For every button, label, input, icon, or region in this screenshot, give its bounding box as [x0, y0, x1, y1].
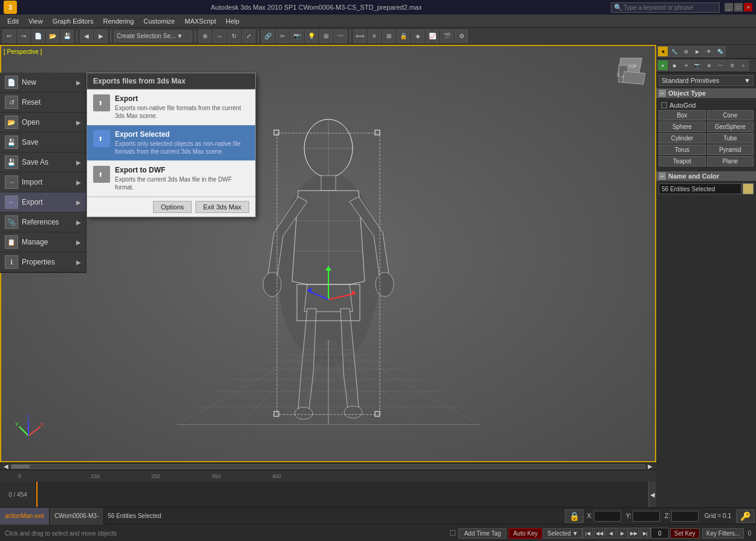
- left-menu-item-new[interactable]: 📄 New ▶: [0, 73, 86, 93]
- tb-mirror-btn[interactable]: ⟺: [353, 30, 367, 43]
- scroll-right-btn[interactable]: ▶: [645, 463, 655, 470]
- key-filters-btn[interactable]: Key Filters...: [702, 528, 745, 539]
- tl-nav-prev[interactable]: ◀: [649, 482, 656, 507]
- tb-render-btn[interactable]: 🎬: [440, 30, 454, 43]
- minimize-btn[interactable]: _: [725, 3, 733, 11]
- left-menu-item-save[interactable]: 💾 Save: [0, 133, 86, 152]
- menu-item-view[interactable]: View: [24, 16, 48, 26]
- rp-hierarchy-btn[interactable]: ⊞: [680, 46, 691, 57]
- menu-item-edit[interactable]: Edit: [2, 16, 24, 26]
- auto-key-btn[interactable]: Auto Key: [509, 528, 542, 539]
- tb-material-btn[interactable]: ◈: [411, 30, 425, 43]
- play-fwd-btn[interactable]: ▶▶: [628, 528, 639, 539]
- menu-item-graph-editors[interactable]: Graph Editors: [48, 16, 99, 26]
- search-bar[interactable]: 🔍: [611, 2, 720, 13]
- close-btn[interactable]: ✕: [744, 3, 752, 11]
- rp-modify-btn[interactable]: 🔧: [669, 46, 680, 57]
- tb-curve-btn[interactable]: 📈: [426, 30, 439, 43]
- lock-btn[interactable]: 🔒: [565, 510, 584, 523]
- primitives-dropdown[interactable]: Standard Primitives ▼: [659, 75, 754, 86]
- maximize-btn[interactable]: □: [734, 3, 743, 11]
- y-input[interactable]: [633, 511, 660, 522]
- rp-camera2-btn[interactable]: 📷: [692, 60, 703, 71]
- tb-move-btn[interactable]: ↔: [213, 30, 226, 43]
- statusbar-tab-1[interactable]: actionMan.exe: [0, 508, 50, 525]
- toolbar-undo-btn[interactable]: ↩: [2, 30, 16, 43]
- cone-btn[interactable]: Cone: [707, 110, 754, 120]
- timeline-track[interactable]: [36, 482, 649, 507]
- sphere-btn[interactable]: Sphere: [659, 122, 706, 132]
- tb-align-btn[interactable]: ≡: [368, 30, 381, 43]
- tb-array-btn[interactable]: ⊞: [382, 30, 396, 43]
- pyramid-btn[interactable]: Pyramid: [707, 145, 754, 155]
- left-menu-item-import[interactable]: → Import ▶: [0, 172, 86, 192]
- tb-unlink-btn[interactable]: ✂: [276, 30, 289, 43]
- tube-btn[interactable]: Tube: [707, 133, 754, 143]
- exit-btn[interactable]: Exit 3ds Max: [195, 201, 249, 213]
- toolbar-new-btn[interactable]: 📄: [31, 30, 45, 43]
- autogrid-checkbox[interactable]: [661, 102, 667, 108]
- tb-rotate-btn[interactable]: ↻: [227, 30, 241, 43]
- left-menu-item-export[interactable]: ← Export ▶: [0, 192, 86, 212]
- options-btn[interactable]: Options: [153, 201, 192, 213]
- x-input[interactable]: [594, 511, 621, 522]
- rp-helper2-btn[interactable]: ⊕: [703, 60, 714, 71]
- selected-dropdown[interactable]: Selected ▼: [543, 528, 582, 539]
- add-time-tag-btn[interactable]: Add Time Tag: [458, 528, 506, 539]
- rp-spacewarp-btn[interactable]: 〰: [715, 60, 726, 71]
- entities-selected-input[interactable]: [659, 183, 741, 194]
- menu-item-customize[interactable]: Customize: [138, 16, 180, 26]
- tb-link-btn[interactable]: 🔗: [261, 30, 275, 43]
- set-key-btn[interactable]: Set Key: [670, 528, 700, 539]
- statusbar-tab-2[interactable]: CWom0006-M3-: [50, 508, 104, 525]
- tb-scale-btn[interactable]: ⤢: [242, 30, 255, 43]
- collapse-name-color[interactable]: −: [659, 172, 666, 180]
- toolbar-save-btn[interactable]: 💾: [60, 30, 74, 43]
- cylinder-btn[interactable]: Cylinder: [659, 133, 706, 143]
- torus-btn[interactable]: Torus: [659, 145, 706, 155]
- object-type-section-header[interactable]: − Object Type: [656, 88, 756, 98]
- box-btn[interactable]: Box: [659, 110, 706, 120]
- toolbar-redo-btn[interactable]: ↪: [17, 30, 30, 43]
- rp-create-btn[interactable]: ★: [657, 46, 668, 57]
- timeline-cursor[interactable]: [36, 482, 37, 507]
- scrollbar-track[interactable]: [11, 464, 645, 469]
- search-input[interactable]: [624, 4, 702, 11]
- play-back-btn[interactable]: ◀: [605, 528, 616, 539]
- rp-circle-btn[interactable]: ●: [657, 60, 668, 71]
- export-item-dwf[interactable]: ⬆ Export to DWF Exports the current 3ds …: [87, 161, 255, 197]
- lock-btn2[interactable]: 🔑: [736, 510, 755, 523]
- left-menu-item-saveas[interactable]: 💾 Save As ▶: [0, 152, 86, 172]
- rp-light2-btn[interactable]: ☀: [680, 60, 691, 71]
- tb-light-btn[interactable]: 💡: [305, 30, 318, 43]
- rp-shape-btn[interactable]: ◆: [669, 60, 680, 71]
- play-last-btn[interactable]: ▶|: [640, 528, 651, 539]
- color-swatch[interactable]: [743, 183, 754, 194]
- rp-motion-btn[interactable]: ▶: [692, 46, 703, 57]
- left-menu-item-manage[interactable]: 📋 Manage ▶: [0, 232, 86, 252]
- scrollbar-thumb[interactable]: [11, 465, 30, 468]
- play-first-btn[interactable]: |◀: [582, 528, 593, 539]
- play-prev-btn[interactable]: ◀◀: [594, 528, 605, 539]
- tb-space-warp-btn[interactable]: 〰: [334, 30, 347, 43]
- frame-input[interactable]: [651, 528, 669, 539]
- tb-camera-btn[interactable]: 📷: [290, 30, 304, 43]
- rp-display-btn[interactable]: 👁: [703, 46, 714, 57]
- toolbar-undo-hist[interactable]: ◀: [80, 30, 93, 43]
- rp-system-btn[interactable]: ⚙: [726, 60, 737, 71]
- menu-item-rendering[interactable]: Rendering: [99, 16, 139, 26]
- rp-utility-btn[interactable]: 🔩: [715, 46, 726, 57]
- z-input[interactable]: [671, 511, 699, 522]
- toolbar-open-btn[interactable]: 📂: [46, 30, 59, 43]
- scroll-left-btn[interactable]: ◀: [1, 463, 11, 470]
- menu-item-maxscript[interactable]: MAXScript: [180, 16, 221, 26]
- h-scrollbar[interactable]: ◀ ▶: [0, 462, 656, 470]
- play-btn[interactable]: ▶: [617, 528, 628, 539]
- timeline-content[interactable]: 0 / 454 ◀: [0, 482, 656, 507]
- left-menu-item-reset[interactable]: ↺ Reset: [0, 93, 86, 113]
- rp-extra-btn[interactable]: »: [738, 60, 749, 71]
- collapse-object-type[interactable]: −: [659, 90, 666, 97]
- select-dropdown[interactable]: Create Selection Se... ▼: [114, 30, 192, 42]
- export-item-export[interactable]: ⬆ Export Exports non-native file formats…: [87, 90, 255, 125]
- plane-btn[interactable]: Plane: [707, 156, 754, 166]
